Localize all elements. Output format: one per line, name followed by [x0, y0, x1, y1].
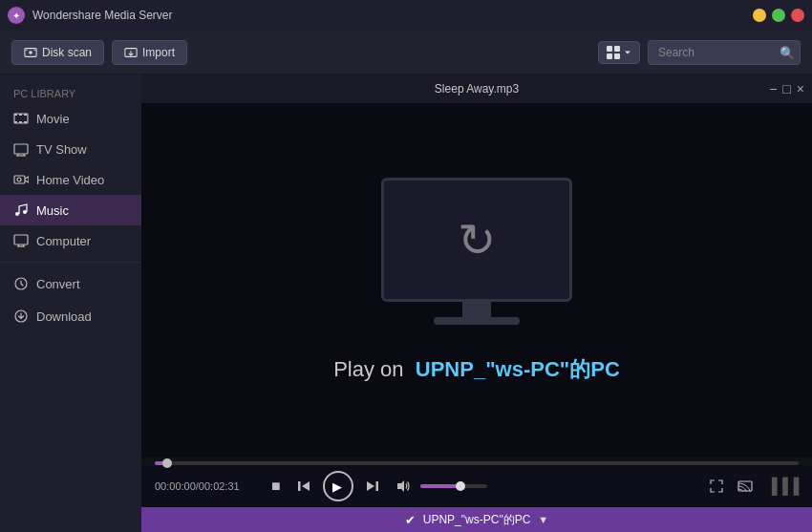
player-window-controls: − □ ×: [769, 82, 804, 96]
volume-button[interactable]: [392, 477, 415, 496]
window-controls: − □ ×: [753, 9, 804, 22]
player-display: ↻ Play on UPNP_"ws-PC"的PC: [141, 103, 812, 458]
volume-track[interactable]: [420, 484, 487, 488]
search-icon[interactable]: 🔍: [780, 45, 795, 59]
sidebar-item-music[interactable]: Music: [0, 195, 141, 225]
movie-icon: [13, 111, 29, 126]
stop-button[interactable]: ■: [267, 476, 285, 497]
disk-scan-button[interactable]: Disk scan: [11, 40, 104, 65]
convert-icon: [13, 276, 29, 291]
player-close-button[interactable]: ×: [797, 82, 804, 96]
sidebar-item-movie[interactable]: Movie: [0, 103, 141, 134]
svg-rect-4: [614, 46, 620, 52]
play-on-prefix: Play on: [333, 357, 403, 381]
search-input[interactable]: [648, 40, 801, 65]
svg-rect-6: [614, 53, 620, 59]
play-button[interactable]: ▶: [323, 471, 353, 501]
time-display: 00:00:00/00:02:31: [155, 480, 260, 492]
volume-icon: [395, 479, 411, 494]
svg-rect-3: [607, 46, 612, 52]
svg-rect-8: [14, 114, 17, 116]
content-area: Sleep Away.mp3 − □ × ↻ Play on: [141, 74, 812, 532]
svg-rect-22: [14, 235, 28, 245]
disk-scan-icon: [24, 46, 37, 59]
volume-thumb: [456, 481, 465, 491]
sidebar-divider: [0, 262, 141, 263]
svg-rect-5: [607, 53, 612, 59]
sidebar-movie-label: Movie: [36, 112, 70, 126]
controls-right: ▐▐▐: [705, 477, 799, 496]
refresh-icon: ↻: [458, 213, 496, 266]
player-window-title: Sleep Away.mp3: [435, 82, 519, 96]
toolbar: Disk scan Import 🔍: [0, 31, 812, 74]
player-titlebar: Sleep Away.mp3 − □ ×: [141, 74, 812, 103]
sidebar-item-homevideo[interactable]: Home Video: [0, 164, 141, 195]
download-icon: [13, 309, 29, 324]
device-bar-label: UPNP_"ws-PC"的PC: [423, 512, 531, 528]
device-bar[interactable]: ✔ UPNP_"ws-PC"的PC ▼: [141, 507, 812, 532]
player-window: Sleep Away.mp3 − □ × ↻ Play on: [141, 74, 812, 507]
cast-icon: [737, 479, 753, 494]
search-wrapper: 🔍: [648, 40, 801, 65]
minimize-button[interactable]: −: [753, 9, 766, 22]
sidebar-item-download[interactable]: Download: [0, 301, 141, 331]
svg-point-19: [17, 178, 21, 181]
device-chevron-icon: ▼: [538, 514, 548, 525]
prev-button[interactable]: [292, 477, 315, 496]
controls-bar: 00:00:00/00:02:31 ■ ▶: [141, 465, 812, 507]
signal-bars-icon: ▐▐▐: [766, 478, 799, 495]
fullscreen-icon: [709, 479, 724, 494]
close-button[interactable]: ×: [791, 9, 804, 22]
maximize-button[interactable]: □: [772, 9, 785, 22]
sidebar-homevideo-label: Home Video: [36, 173, 104, 187]
app-title: Wondershare Media Server: [32, 9, 745, 22]
grid-view-button[interactable]: [598, 41, 640, 64]
svg-rect-13: [24, 121, 27, 123]
svg-point-1: [29, 51, 32, 54]
sidebar-computer-label: Computer: [36, 234, 91, 248]
svg-marker-30: [367, 481, 374, 491]
progress-area: [141, 458, 812, 465]
tv-icon: [13, 141, 29, 157]
title-bar: ✦ Wondershare Media Server − □ ×: [0, 0, 812, 31]
device-check-icon: ✔: [405, 513, 416, 527]
sidebar: PC Library Movie TV Show: [0, 74, 141, 532]
chevron-down-icon: [624, 49, 631, 56]
tv-stand-neck: [462, 302, 491, 317]
svg-rect-10: [24, 114, 27, 116]
svg-point-20: [15, 212, 19, 216]
svg-rect-12: [19, 121, 22, 123]
music-icon: [13, 202, 29, 218]
sidebar-tvshow-label: TV Show: [36, 142, 87, 157]
cast-button[interactable]: [734, 477, 757, 496]
tv-illustration: ↻: [381, 178, 572, 325]
sidebar-section-label: PC Library: [0, 82, 141, 103]
sidebar-item-tvshow[interactable]: TV Show: [0, 134, 141, 164]
sidebar-item-computer[interactable]: Computer: [0, 225, 141, 256]
camera-icon: [13, 172, 29, 187]
tv-screen: ↻: [381, 178, 572, 302]
progress-track[interactable]: [155, 461, 799, 465]
svg-rect-29: [298, 481, 301, 491]
next-icon: [365, 479, 380, 494]
search-area: 🔍: [598, 40, 801, 65]
next-button[interactable]: [361, 477, 384, 496]
svg-point-21: [23, 210, 27, 214]
svg-rect-9: [19, 114, 22, 116]
svg-rect-18: [14, 176, 25, 183]
app-logo: ✦: [8, 7, 25, 24]
play-on-text: Play on UPNP_"ws-PC"的PC: [333, 355, 620, 384]
svg-rect-14: [14, 144, 28, 154]
main-layout: PC Library Movie TV Show: [0, 74, 812, 532]
player-restore-button[interactable]: □: [782, 82, 790, 96]
sidebar-item-convert[interactable]: Convert: [0, 268, 141, 299]
player-minimize-button[interactable]: −: [769, 82, 777, 96]
import-icon: [124, 46, 138, 59]
fullscreen-button[interactable]: [705, 477, 728, 496]
prev-icon: [296, 479, 311, 494]
computer-icon: [13, 233, 29, 248]
volume-fill: [420, 484, 460, 488]
import-button[interactable]: Import: [112, 40, 187, 65]
grid-icon: [607, 46, 620, 59]
svg-rect-11: [14, 121, 17, 123]
